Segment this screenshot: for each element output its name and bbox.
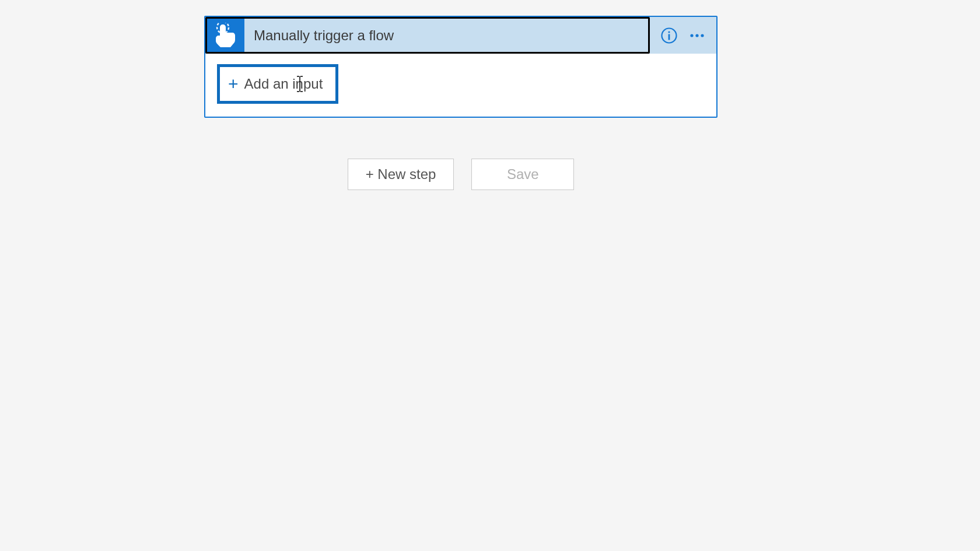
more-icon[interactable] bbox=[688, 27, 706, 44]
trigger-title: Manually trigger a flow bbox=[244, 27, 394, 44]
flow-actions-row: + New step Save bbox=[204, 159, 718, 190]
trigger-card: Manually trigger a flow bbox=[204, 16, 718, 118]
manual-trigger-icon bbox=[207, 19, 244, 52]
save-button[interactable]: Save bbox=[471, 159, 574, 190]
svg-rect-3 bbox=[668, 34, 670, 40]
svg-point-4 bbox=[690, 34, 693, 37]
new-step-button[interactable]: + New step bbox=[348, 159, 454, 190]
add-input-button[interactable]: + Add an input bbox=[217, 64, 338, 104]
svg-point-5 bbox=[695, 34, 698, 37]
svg-point-6 bbox=[701, 34, 704, 37]
trigger-title-bar[interactable]: Manually trigger a flow bbox=[205, 17, 650, 54]
trigger-body: + Add an input bbox=[205, 54, 716, 117]
trigger-header[interactable]: Manually trigger a flow bbox=[205, 17, 716, 54]
plus-icon: + bbox=[228, 75, 239, 93]
flow-designer-canvas: Manually trigger a flow bbox=[204, 16, 718, 190]
svg-point-2 bbox=[668, 31, 670, 33]
trigger-header-actions bbox=[650, 27, 716, 44]
info-icon[interactable] bbox=[660, 27, 678, 44]
add-input-label: Add an input bbox=[244, 76, 323, 92]
